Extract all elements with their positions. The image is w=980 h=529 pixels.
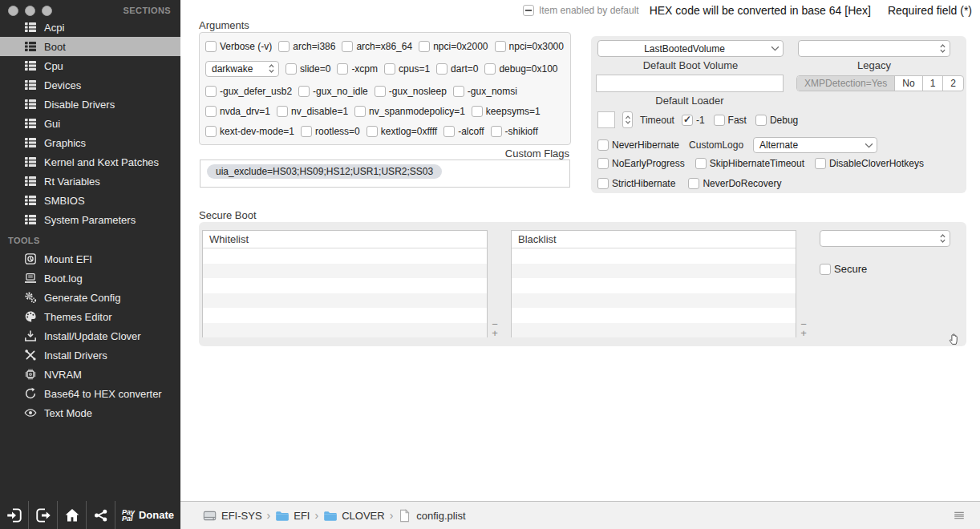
sidebar-item-devices[interactable]: Devices	[0, 75, 180, 95]
checkbox-secure[interactable]: Secure	[820, 263, 867, 275]
import-config-button[interactable]	[0, 501, 29, 529]
custom-flags-token[interactable]: uia_exclude=HS03;HS09;HS12;USR1;USR2;SS0…	[207, 164, 442, 179]
sidebar-item-gui[interactable]: Gui	[0, 114, 180, 133]
checkbox-stricthibernate[interactable]: StrictHibernate	[597, 178, 675, 189]
default-boot-volume-combo[interactable]: LastBootedVolume	[597, 40, 784, 57]
legacy-popup[interactable]	[798, 40, 950, 57]
sidebar-item-cpu[interactable]: Cpu	[0, 56, 180, 75]
tool-item-nvram[interactable]: NVRAM	[0, 365, 180, 384]
export-config-button[interactable]	[29, 501, 58, 529]
tool-item-install-drivers[interactable]: Install Drivers	[0, 345, 180, 365]
secure-boot-popup[interactable]	[820, 230, 950, 247]
item-enabled-label: Item enabled by default	[539, 5, 639, 16]
checkbox-npci-0x2000[interactable]: npci=0x2000	[419, 41, 488, 52]
table-row[interactable]	[512, 308, 796, 323]
xmp-segment-no[interactable]: No	[894, 76, 921, 91]
custom-logo-combo[interactable]: Alternate	[753, 137, 877, 153]
close-window-button[interactable]	[8, 6, 18, 16]
checkbox-slide-0[interactable]: slide=0	[285, 63, 330, 75]
blacklist-table[interactable]: Blacklist	[511, 230, 796, 337]
paypal-logo: PayPal	[122, 509, 135, 522]
table-row[interactable]	[203, 248, 487, 264]
checkbox-xcpm[interactable]: -xcpm	[337, 63, 378, 75]
checkbox-rootless-0[interactable]: rootless=0	[301, 126, 360, 137]
checkbox-gux-nosleep[interactable]: -gux_nosleep	[375, 86, 447, 97]
table-row[interactable]	[203, 293, 487, 309]
xmp-segment-2[interactable]: 2	[942, 76, 963, 91]
sidebar-item-graphics[interactable]: Graphics	[0, 133, 180, 152]
breadcrumb-item-clover[interactable]: CLOVER	[323, 509, 384, 523]
checkbox-gux-no-idle[interactable]: -gux_no_idle	[298, 86, 368, 97]
checkbox-debug-0x100[interactable]: debug=0x100	[484, 63, 557, 75]
table-row[interactable]	[512, 293, 796, 309]
checkbox-nvda-drv-1[interactable]: nvda_drv=1	[205, 106, 270, 117]
tool-item-themes-editor[interactable]: Themes Editor	[0, 307, 180, 326]
checkbox-gux-defer-usb2[interactable]: -gux_defer_usb2	[205, 86, 292, 97]
sidebar-item-kernel-and-kext-patches[interactable]: Kernel and Kext Patches	[0, 152, 180, 172]
sidebar-item-smbios[interactable]: SMBIOS	[0, 191, 180, 210]
checkbox-1[interactable]: -1	[682, 115, 705, 126]
share-button[interactable]	[87, 501, 115, 529]
custom-flags-field[interactable]: uia_exclude=HS03;HS09;HS12;USR1;USR2;SS0…	[200, 160, 570, 188]
checkbox-debug[interactable]: Debug	[755, 115, 798, 126]
checkbox-shikioff[interactable]: -shikioff	[491, 126, 538, 137]
tool-item-mount-efi[interactable]: Mount EFI	[0, 249, 180, 269]
tool-item-generate-config[interactable]: Generate Config	[0, 288, 180, 307]
breadcrumb-item-efi-sys[interactable]: EFI-SYS	[203, 509, 262, 523]
table-row[interactable]	[203, 278, 487, 293]
checkbox-disablecloverhotkeys[interactable]: DisableCloverHotkeys	[815, 158, 924, 169]
tool-item-text-mode[interactable]: Text Mode	[0, 403, 180, 422]
checkbox-nv-disable-1[interactable]: nv_disable=1	[277, 106, 348, 117]
timeout-stepper[interactable]	[622, 111, 633, 128]
table-row[interactable]	[512, 278, 796, 293]
checkbox-arch-i386[interactable]: arch=i386	[278, 41, 335, 52]
sidebar-item-system-parameters[interactable]: System Parameters	[0, 210, 180, 229]
darkwake-popup[interactable]: darkwake	[205, 61, 279, 77]
item-enabled-checkbox[interactable]	[523, 5, 534, 16]
table-row[interactable]	[203, 323, 487, 338]
table-row[interactable]	[203, 264, 487, 279]
checkbox-fast[interactable]: Fast	[714, 115, 747, 126]
checkbox-neverhibernate[interactable]: NeverHibernate	[597, 139, 679, 151]
tool-item-boot-log[interactable]: Boot.log	[0, 269, 180, 288]
blacklist-add-button[interactable]: +	[798, 329, 809, 337]
checkbox-kextlog-0xffff[interactable]: kextlog=0xffff	[366, 126, 437, 137]
checkbox-gux-nomsi[interactable]: -gux_nomsi	[453, 86, 517, 97]
checkbox-nv-spanmodepolicy-1[interactable]: nv_spanmodepolicy=1	[354, 106, 465, 117]
donate-button[interactable]: PayPal Donate	[115, 501, 180, 529]
checkbox-kext-dev-mode-1[interactable]: kext-dev-mode=1	[205, 126, 294, 137]
xmp-segment-1[interactable]: 1	[922, 76, 943, 91]
sidebar-item-disable-drivers[interactable]: Disable Drivers	[0, 95, 180, 114]
checkbox-keepsyms-1[interactable]: keepsyms=1	[472, 106, 541, 117]
timeout-field[interactable]	[597, 111, 615, 128]
zoom-window-button[interactable]	[42, 6, 52, 16]
table-row[interactable]	[512, 264, 796, 279]
hamburger-menu-icon[interactable]	[953, 509, 966, 522]
table-row[interactable]	[512, 323, 796, 338]
sidebar-item-acpi[interactable]: Acpi	[0, 18, 180, 37]
checkbox-cpus-1[interactable]: cpus=1	[384, 63, 430, 75]
breadcrumb-item-efi[interactable]: EFI	[275, 509, 310, 523]
xmp-segment-xmpdetection-yes[interactable]: XMPDetection=Yes	[797, 76, 894, 91]
default-loader-field[interactable]	[596, 75, 784, 92]
sidebar-item-boot[interactable]: Boot	[0, 37, 180, 56]
home-button[interactable]	[58, 501, 87, 529]
checkbox-neverdorecovery[interactable]: NeverDoRecovery	[688, 178, 781, 189]
checkbox-npci-0x3000[interactable]: npci=0x3000	[495, 41, 564, 52]
boot-options-row-4: StrictHibernateNeverDoRecovery	[597, 178, 781, 189]
minimize-window-button[interactable]	[25, 6, 35, 16]
table-row[interactable]	[512, 248, 796, 264]
checkbox-arch-x86-64[interactable]: arch=x86_64	[342, 41, 412, 52]
checkbox-dart-0[interactable]: dart=0	[436, 63, 478, 75]
checkbox-noearlyprogress[interactable]: NoEarlyProgress	[597, 158, 685, 169]
whitelist-add-button[interactable]: +	[489, 329, 500, 337]
whitelist-table[interactable]: Whitelist	[202, 230, 488, 337]
checkbox-verbose-v[interactable]: Verbose (-v)	[205, 41, 272, 52]
tool-item-base64-to-hex-converter[interactable]: Base64 to HEX converter	[0, 384, 180, 403]
tool-item-install-update-clover[interactable]: Install/Update Clover	[0, 326, 180, 345]
table-row[interactable]	[203, 308, 487, 323]
checkbox-alcoff[interactable]: -alcoff	[443, 126, 484, 137]
breadcrumb-item-config-plist[interactable]: config.plist	[398, 509, 465, 523]
sidebar-item-rt-variables[interactable]: Rt Variables	[0, 172, 180, 191]
checkbox-skiphibernatetimeout[interactable]: SkipHibernateTimeout	[695, 158, 804, 169]
